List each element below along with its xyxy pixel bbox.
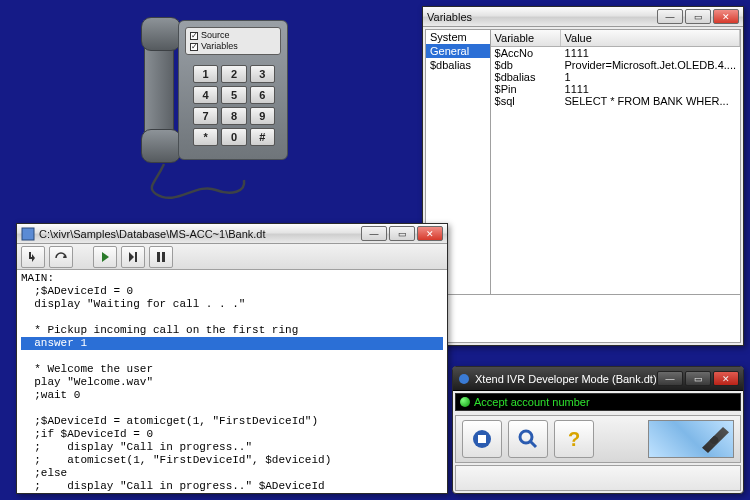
- phone-check-label: Source: [201, 30, 230, 41]
- keypad-key-3[interactable]: 3: [250, 65, 275, 83]
- run-button[interactable]: [93, 246, 117, 268]
- minimize-button[interactable]: —: [657, 9, 683, 24]
- keypad-key-*[interactable]: *: [193, 128, 218, 146]
- maximize-button[interactable]: ▭: [389, 226, 415, 241]
- code-line: ;else: [21, 467, 67, 479]
- ivr-banner-art: [648, 420, 734, 458]
- keypad-key-5[interactable]: 5: [221, 86, 246, 104]
- close-button[interactable]: ✕: [417, 226, 443, 241]
- run-to-cursor-button[interactable]: [121, 246, 145, 268]
- keypad-key-1[interactable]: 1: [193, 65, 218, 83]
- phone-keypad: 123456789*0#: [193, 65, 275, 146]
- table-row[interactable]: $dbalias1: [491, 71, 740, 83]
- checkbox-icon: ✓: [190, 43, 198, 51]
- code-line: play "Welcome.wav": [21, 376, 153, 388]
- cell-variable-value: 1111: [561, 83, 740, 95]
- ivr-developer-window: Xtend IVR Developer Mode (Bank.dt) — ▭ ✕…: [452, 366, 744, 494]
- keypad-key-6[interactable]: 6: [250, 86, 275, 104]
- step-into-button[interactable]: [21, 246, 45, 268]
- cell-variable-value: 1: [561, 71, 740, 83]
- ivr-tool-button-2[interactable]: [508, 420, 548, 458]
- code-line: ; display "Call in progress.." $ADeviceI…: [21, 480, 325, 492]
- keypad-key-9[interactable]: 9: [250, 107, 275, 125]
- checkbox-icon: ✓: [190, 32, 198, 40]
- svg-rect-1: [135, 252, 137, 262]
- table-row[interactable]: $Pin1111: [491, 83, 740, 95]
- variable-category-item[interactable]: $dbalias: [426, 58, 490, 72]
- code-line: ;wait 0: [21, 389, 80, 401]
- code-area[interactable]: MAIN: ;$ADeviceId = 0 display "Waiting f…: [17, 270, 447, 493]
- app-icon: [457, 372, 471, 386]
- cell-variable-name: $AccNo: [491, 47, 561, 59]
- code-line: ;$ADeviceId = atomicget(1, "FirstDeviceI…: [21, 415, 318, 427]
- phone-check-label: Variables: [201, 41, 238, 52]
- column-header-variable[interactable]: Variable: [491, 30, 561, 46]
- variable-category-item[interactable]: General: [426, 44, 490, 58]
- code-line: ;if $ADeviceId = 0: [21, 428, 153, 440]
- titlebar[interactable]: C:\xivr\Samples\Database\MS-ACC~1\Bank.d…: [17, 224, 447, 244]
- cell-variable-name: $dbalias: [491, 71, 561, 83]
- phone-body: ✓ Source ✓ Variables 123456789*0#: [178, 20, 288, 160]
- keypad-key-#[interactable]: #: [250, 128, 275, 146]
- pause-button[interactable]: [149, 246, 173, 268]
- code-line: * Welcome the user: [21, 363, 153, 375]
- code-line: ;$ADeviceId = 0: [21, 285, 133, 297]
- ivr-tool-button-1[interactable]: [462, 420, 502, 458]
- ivr-status-bar: Accept account number: [455, 393, 741, 411]
- cell-variable-name: $sql: [491, 95, 561, 107]
- cell-variable-value: SELECT * FROM BANK WHER...: [561, 95, 740, 107]
- variables-table: Variable Value $AccNo1111$dbProvider=Mic…: [491, 30, 740, 294]
- keypad-key-7[interactable]: 7: [193, 107, 218, 125]
- close-button[interactable]: ✕: [713, 371, 739, 386]
- svg-text:?: ?: [568, 428, 580, 450]
- telephone-device: ✓ Source ✓ Variables 123456789*0#: [136, 14, 286, 204]
- variables-detail-pane: [426, 294, 740, 342]
- cell-variable-value: Provider=Microsoft.Jet.OLEDB.4....: [561, 59, 740, 71]
- titlebar[interactable]: Variables — ▭ ✕: [423, 7, 743, 27]
- code-line: ; atomicset(1, "FirstDeviceId", $devicei…: [21, 454, 331, 466]
- column-header-value[interactable]: Value: [561, 30, 740, 46]
- keypad-key-8[interactable]: 8: [221, 107, 246, 125]
- phone-check-variables[interactable]: ✓ Variables: [190, 41, 276, 52]
- ivr-content-area: [455, 465, 741, 491]
- table-row[interactable]: $AccNo1111: [491, 47, 740, 59]
- ivr-help-button[interactable]: ?: [554, 420, 594, 458]
- code-line: ; display "Call in progress..": [21, 441, 252, 453]
- code-line: display "Waiting for call . . .": [21, 298, 245, 310]
- maximize-button[interactable]: ▭: [685, 9, 711, 24]
- svg-rect-2: [157, 252, 160, 262]
- keypad-key-4[interactable]: 4: [193, 86, 218, 104]
- script-editor-window: C:\xivr\Samples\Database\MS-ACC~1\Bank.d…: [16, 223, 448, 494]
- svg-rect-0: [22, 228, 34, 240]
- status-dot-icon: [460, 397, 470, 407]
- step-over-button[interactable]: [49, 246, 73, 268]
- cell-variable-name: $Pin: [491, 83, 561, 95]
- ivr-toolbar: ?: [455, 415, 741, 463]
- code-line: answer 1: [21, 337, 443, 350]
- table-header: Variable Value: [491, 30, 740, 47]
- titlebar[interactable]: Xtend IVR Developer Mode (Bank.dt) — ▭ ✕: [453, 367, 743, 391]
- table-row[interactable]: $dbProvider=Microsoft.Jet.OLEDB.4....: [491, 59, 740, 71]
- ivr-status-text: Accept account number: [474, 396, 590, 408]
- keypad-key-2[interactable]: 2: [221, 65, 246, 83]
- phone-display: ✓ Source ✓ Variables: [185, 27, 281, 55]
- maximize-button[interactable]: ▭: [685, 371, 711, 386]
- phone-handset: [144, 20, 174, 160]
- phone-check-source[interactable]: ✓ Source: [190, 30, 276, 41]
- editor-toolbar: [17, 244, 447, 270]
- keypad-key-0[interactable]: 0: [221, 128, 246, 146]
- window-title: C:\xivr\Samples\Database\MS-ACC~1\Bank.d…: [39, 228, 266, 240]
- minimize-button[interactable]: —: [657, 371, 683, 386]
- window-title: Variables: [427, 11, 472, 23]
- svg-point-4: [459, 374, 469, 384]
- phone-cord: [146, 162, 266, 202]
- cell-variable-value: 1111: [561, 47, 740, 59]
- variables-window: Variables — ▭ ✕ SystemGeneral$dbalias Va…: [422, 6, 744, 346]
- window-title: Xtend IVR Developer Mode (Bank.dt): [475, 373, 657, 385]
- minimize-button[interactable]: —: [361, 226, 387, 241]
- close-button[interactable]: ✕: [713, 9, 739, 24]
- variable-category-item[interactable]: System: [426, 30, 490, 44]
- table-body: $AccNo1111$dbProvider=Microsoft.Jet.OLED…: [491, 47, 740, 107]
- app-icon: [21, 227, 35, 241]
- table-row[interactable]: $sqlSELECT * FROM BANK WHER...: [491, 95, 740, 107]
